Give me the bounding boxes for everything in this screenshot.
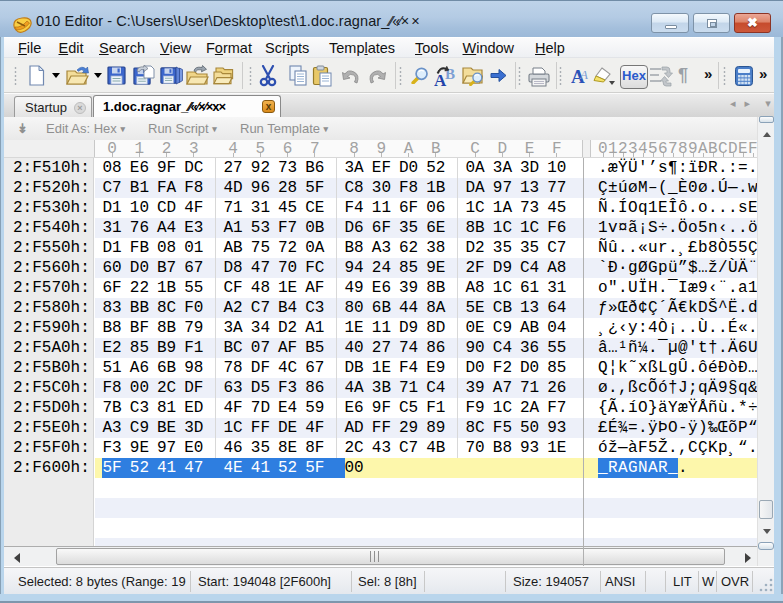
svg-text:A: A <box>579 67 588 82</box>
